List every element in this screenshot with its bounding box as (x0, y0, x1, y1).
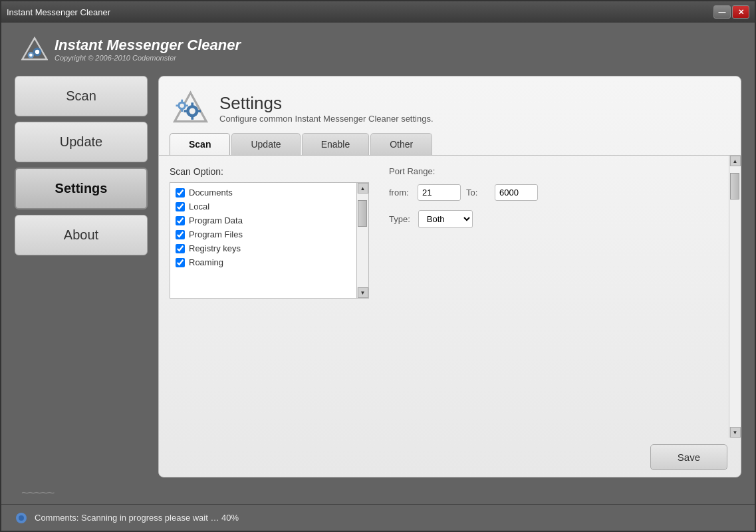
scroll-track (357, 194, 368, 287)
scan-option-label: Scan Option: (170, 166, 369, 177)
check-item-documents[interactable]: Documents (174, 186, 352, 200)
checkbox-documents[interactable] (176, 188, 185, 198)
check-label-programdata: Program Data (189, 215, 243, 225)
svg-point-7 (180, 104, 184, 108)
checkbox-roaming[interactable] (176, 258, 185, 267)
checkbox-registrykeys[interactable] (176, 244, 185, 253)
port-section: Port Range: from: To: Type: Both (382, 166, 718, 427)
app-title-block: Instant Messenger Cleaner Copyright © 20… (55, 37, 241, 62)
scan-options-section: Scan Option: Documents Local (170, 166, 369, 427)
status-text: Comments: Scanning in progress please wa… (35, 513, 239, 523)
check-item-local[interactable]: Local (174, 200, 352, 213)
window-body: Instant Messenger Cleaner Copyright © 20… (1, 23, 755, 531)
scroll-thumb[interactable] (358, 200, 367, 227)
svg-rect-17 (184, 110, 188, 112)
check-item-roaming[interactable]: Roaming (174, 255, 352, 269)
port-range-label: Port Range: (389, 166, 718, 176)
panel-title-block: Settings Configure common Instant Messen… (219, 93, 434, 124)
from-label: from: (389, 188, 412, 198)
checkbox-local[interactable] (176, 202, 185, 211)
right-scrollbar: ▲ ▼ (729, 156, 741, 438)
checklist-inner[interactable]: Documents Local Program Data (170, 183, 356, 298)
close-button[interactable]: ✕ (732, 5, 749, 19)
main-content: Scan Update Settings About (1, 69, 755, 484)
tab-scan[interactable]: Scan (170, 133, 230, 155)
checklist-box: Documents Local Program Data (170, 182, 369, 299)
settings-icon (172, 90, 209, 126)
svg-point-13 (189, 108, 195, 114)
check-item-programdata[interactable]: Program Data (174, 213, 352, 227)
panel-scroll-up[interactable]: ▲ (730, 156, 741, 166)
status-icon (15, 511, 28, 525)
save-button[interactable]: Save (650, 444, 727, 470)
svg-point-4 (35, 50, 39, 54)
svg-rect-11 (176, 104, 180, 106)
panel-body: Scan Option: Documents Local (159, 156, 741, 438)
window-title: Instant Messenger Cleaner (7, 7, 110, 17)
sidebar: Scan Update Settings About (15, 69, 148, 484)
panel-scroll-thumb[interactable] (730, 173, 739, 200)
to-label: To: (466, 188, 489, 198)
check-label-documents: Documents (189, 188, 233, 198)
main-window: Instant Messenger Cleaner — ✕ (0, 0, 756, 532)
check-item-programfiles[interactable]: Program Files (174, 227, 352, 241)
sidebar-btn-update[interactable]: Update (15, 122, 148, 162)
svg-rect-15 (191, 116, 193, 120)
svg-rect-8 (181, 100, 183, 103)
type-label: Type: (389, 214, 410, 224)
panel-title: Settings (219, 93, 434, 114)
svg-rect-9 (181, 108, 183, 112)
app-copyright: Copyright © 2006-2010 Codemonster (55, 54, 241, 62)
check-label-programfiles: Program Files (189, 229, 243, 239)
svg-rect-14 (191, 102, 193, 106)
panel-scroll-down[interactable]: ▼ (730, 427, 741, 438)
sidebar-btn-about[interactable]: About (15, 215, 148, 255)
svg-point-19 (19, 515, 24, 521)
type-select[interactable]: Both TCP UDP (418, 210, 473, 228)
panel-scroll-container: Scan Option: Documents Local (159, 156, 729, 438)
checkbox-programdata[interactable] (176, 216, 185, 225)
sidebar-btn-scan[interactable]: Scan (15, 76, 148, 116)
minimize-button[interactable]: — (713, 5, 731, 19)
panel-scroll-track (729, 166, 741, 427)
port-from-input[interactable] (418, 184, 461, 201)
panel-subtitle: Configure common Instant Messenger Clean… (219, 114, 434, 124)
deco-text: ~~~~~ (21, 485, 53, 501)
svg-rect-10 (185, 104, 188, 106)
port-to-input[interactable] (495, 184, 538, 201)
app-logo-icon (21, 36, 48, 63)
sidebar-deco: ~~~~~ (1, 484, 755, 504)
check-label-local: Local (189, 201, 209, 211)
tab-update[interactable]: Update (231, 133, 300, 155)
svg-point-2 (29, 53, 33, 57)
panel-header: Settings Configure common Instant Messen… (159, 76, 741, 133)
title-bar-buttons: — ✕ (713, 5, 749, 19)
content-panel: Settings Configure common Instant Messen… (158, 76, 741, 477)
title-bar: Instant Messenger Cleaner — ✕ (1, 1, 755, 23)
save-row: Save (159, 438, 741, 477)
checklist-scrollbar: ▲ ▼ (356, 183, 368, 298)
tabs-row: Scan Update Enable Other (159, 133, 741, 156)
svg-rect-16 (197, 110, 201, 112)
status-bar: Comments: Scanning in progress please wa… (1, 504, 755, 531)
checkbox-programfiles[interactable] (176, 230, 185, 239)
app-header: Instant Messenger Cleaner Copyright © 20… (1, 23, 755, 69)
tab-enable[interactable]: Enable (302, 133, 370, 155)
scroll-down-arrow[interactable]: ▼ (358, 287, 368, 298)
scroll-up-arrow[interactable]: ▲ (358, 183, 368, 194)
type-row: Type: Both TCP UDP (389, 210, 718, 228)
check-label-registrykeys: Registry keys (189, 243, 241, 253)
sidebar-btn-settings[interactable]: Settings (15, 168, 148, 209)
app-main-title: Instant Messenger Cleaner (55, 37, 241, 54)
tab-other[interactable]: Other (370, 133, 432, 155)
check-label-roaming: Roaming (189, 257, 223, 267)
check-item-registrykeys[interactable]: Registry keys (174, 241, 352, 255)
port-from-row: from: To: (389, 184, 718, 201)
